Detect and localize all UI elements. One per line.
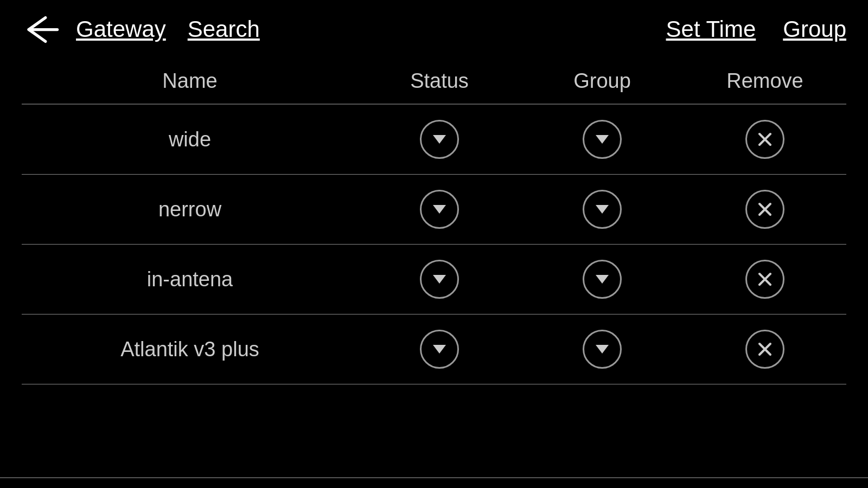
group-cell-nerrow	[521, 190, 684, 229]
header: Gateway Search Set Time Group	[0, 0, 868, 59]
group-cell-atlantik	[521, 330, 684, 369]
status-cell-atlantik	[358, 330, 521, 369]
table-row: wide	[22, 105, 846, 174]
row-name-wide: wide	[22, 128, 358, 151]
group-dropdown-atlantik[interactable]	[583, 330, 622, 369]
svg-marker-13	[433, 345, 446, 354]
remove-cell-nerrow	[684, 190, 846, 229]
status-dropdown-atlantik[interactable]	[420, 330, 459, 369]
set-time-link[interactable]: Set Time	[666, 16, 756, 42]
back-button[interactable]	[22, 15, 60, 44]
table-row: in-antena	[22, 245, 846, 314]
svg-marker-6	[596, 205, 609, 214]
col-status: Status	[358, 69, 521, 93]
group-link[interactable]: Group	[783, 16, 846, 42]
svg-marker-1	[433, 135, 446, 144]
remove-btn-atlantik[interactable]	[745, 330, 784, 369]
svg-marker-5	[433, 205, 446, 214]
group-cell-wide	[521, 120, 684, 159]
status-cell-in-antena	[358, 260, 521, 299]
search-link[interactable]: Search	[188, 16, 260, 42]
remove-cell-wide	[684, 120, 846, 159]
group-dropdown-wide[interactable]	[583, 120, 622, 159]
header-right: Set Time Group	[666, 16, 846, 42]
svg-marker-14	[596, 345, 609, 354]
table-container: Name Status Group Remove wide	[0, 59, 868, 384]
status-cell-wide	[358, 120, 521, 159]
status-dropdown-nerrow[interactable]	[420, 190, 459, 229]
col-group: Group	[521, 69, 684, 93]
table-header: Name Status Group Remove	[22, 59, 846, 104]
svg-marker-9	[433, 275, 446, 284]
row-name-in-antena: in-antena	[22, 268, 358, 291]
table-row: Atlantik v3 plus	[22, 314, 846, 384]
status-cell-nerrow	[358, 190, 521, 229]
col-remove: Remove	[684, 69, 846, 93]
svg-marker-10	[596, 275, 609, 284]
bottom-bar	[0, 477, 868, 488]
row-name-nerrow: nerrow	[22, 198, 358, 221]
row-name-atlantik: Atlantik v3 plus	[22, 338, 358, 361]
remove-btn-in-antena[interactable]	[745, 260, 784, 299]
remove-cell-in-antena	[684, 260, 846, 299]
group-dropdown-in-antena[interactable]	[583, 260, 622, 299]
remove-cell-atlantik	[684, 330, 846, 369]
col-name: Name	[22, 69, 358, 93]
nav-links: Gateway Search	[76, 16, 260, 42]
remove-btn-wide[interactable]	[745, 120, 784, 159]
table-row: nerrow	[22, 175, 846, 244]
svg-marker-2	[596, 135, 609, 144]
gateway-link[interactable]: Gateway	[76, 16, 166, 42]
group-dropdown-nerrow[interactable]	[583, 190, 622, 229]
row-divider-4	[22, 384, 846, 384]
remove-btn-nerrow[interactable]	[745, 190, 784, 229]
group-cell-in-antena	[521, 260, 684, 299]
status-dropdown-wide[interactable]	[420, 120, 459, 159]
status-dropdown-in-antena[interactable]	[420, 260, 459, 299]
